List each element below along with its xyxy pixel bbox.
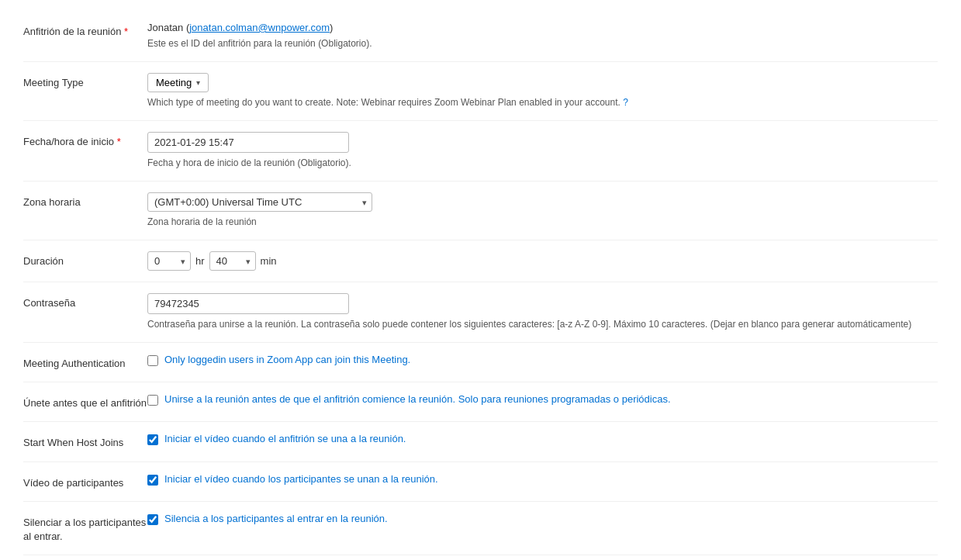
host-label: Anfitrión de la reunión * <box>23 22 147 39</box>
start-datetime-label-text: Fecha/hora de inicio <box>23 136 114 147</box>
meeting-type-content: Meeting ▾ Which type of meeting do you w… <box>147 73 938 109</box>
mute-participants-label-text: Silenciar a los participantes al entrar. <box>23 517 146 542</box>
join-before-host-checkbox-row: Unirse a la reunión antes de que el anfi… <box>147 393 938 406</box>
mute-participants-checkbox-row: Silencia a los participantes al entrar e… <box>147 513 938 525</box>
join-before-host-checkbox-label[interactable]: Unirse a la reunión antes de que el anfi… <box>164 393 671 405</box>
meeting-type-button[interactable]: Meeting ▾ <box>147 73 209 92</box>
timezone-select[interactable]: (GMT+0:00) Universal Time UTC <box>147 192 372 212</box>
duration-minutes-select[interactable]: 0010152030404550 <box>209 251 256 271</box>
timezone-label-text: Zona horaria <box>23 196 81 208</box>
join-before-host-content: Unirse a la reunión antes de que el anfi… <box>147 393 938 406</box>
meeting-type-label-text: Meeting Type <box>23 77 84 88</box>
start-when-host-checkbox-row: Iniciar el vídeo cuando el anfitrión se … <box>147 433 938 445</box>
start-datetime-required: * <box>117 136 121 147</box>
duration-row: 012345678910 hr 0010152030404550 min <box>147 251 938 271</box>
meeting-auth-label: Meeting Authentication <box>23 354 147 371</box>
participant-video-checkbox[interactable] <box>147 475 158 486</box>
hours-label: hr <box>195 255 205 267</box>
meeting-auth-checkbox-label[interactable]: Only loggedin users in Zoom App can join… <box>164 354 410 365</box>
host-content: Jonatan (jonatan.colman@wnpower.com) Est… <box>147 22 938 50</box>
duration-label: Duración <box>23 251 147 268</box>
mute-participants-content: Silencia a los participantes al entrar e… <box>147 513 938 525</box>
duration-content: 012345678910 hr 0010152030404550 min <box>147 251 938 271</box>
meeting-type-hint-link[interactable]: ? <box>623 97 628 108</box>
meeting-type-label: Meeting Type <box>23 73 147 90</box>
mute-participants-checkbox[interactable] <box>147 514 158 525</box>
meeting-auth-content: Only loggedin users in Zoom App can join… <box>147 354 938 366</box>
password-hint: Contraseña para unirse a la reunión. La … <box>147 317 938 331</box>
start-datetime-hint: Fecha y hora de inicio de la reunión (Ob… <box>147 156 938 170</box>
password-content: Contraseña para unirse a la reunión. La … <box>147 293 938 331</box>
chevron-down-icon: ▾ <box>196 78 200 87</box>
host-hint: Este es el ID del anfitrión para la reun… <box>147 36 938 50</box>
start-when-host-content: Iniciar el vídeo cuando el anfitrión se … <box>147 433 938 445</box>
participant-video-label: Vídeo de participantes <box>23 473 147 490</box>
participant-video-checkbox-row: Iniciar el vídeo cuando los participante… <box>147 473 938 486</box>
password-label-text: Contraseña <box>23 297 75 309</box>
host-info: Jonatan (jonatan.colman@wnpower.com) <box>147 22 938 33</box>
host-name: Jonatan <box>147 22 183 33</box>
timezone-content: (GMT+0:00) Universal Time UTC Zona horar… <box>147 192 938 229</box>
join-before-host-label-text: Únete antes que el anfitrión <box>23 397 147 409</box>
timezone-select-wrapper: (GMT+0:00) Universal Time UTC <box>147 192 372 212</box>
host-label-text: Anfitrión de la reunión <box>23 26 121 37</box>
meeting-auth-label-text: Meeting Authentication <box>23 358 126 369</box>
host-required: * <box>124 26 128 37</box>
start-when-host-label-text: Start When Host Joins <box>23 437 123 448</box>
timezone-label: Zona horaria <box>23 192 147 209</box>
start-datetime-input[interactable] <box>147 132 349 153</box>
join-before-host-label: Únete antes que el anfitrión <box>23 393 147 410</box>
password-label: Contraseña <box>23 293 147 310</box>
participant-video-label-text: Vídeo de participantes <box>23 477 123 489</box>
meeting-type-hint: Which type of meeting do you want to cre… <box>147 95 938 109</box>
start-datetime-content: Fecha y hora de inicio de la reunión (Ob… <box>147 132 938 170</box>
meeting-auth-checkbox[interactable] <box>147 355 158 366</box>
hours-select-wrapper: 012345678910 <box>147 251 191 271</box>
start-when-host-label: Start When Host Joins <box>23 433 147 450</box>
join-before-host-checkbox[interactable] <box>147 395 158 406</box>
minutes-label: min <box>261 255 277 267</box>
start-when-host-checkbox-label[interactable]: Iniciar el vídeo cuando el anfitrión se … <box>164 433 406 444</box>
timezone-hint: Zona horaria de la reunión <box>147 215 938 229</box>
password-input[interactable] <box>147 293 349 314</box>
meeting-type-value: Meeting <box>156 77 192 88</box>
meeting-type-hint-text: Which type of meeting do you want to cre… <box>147 97 621 108</box>
participant-video-content: Iniciar el vídeo cuando los participante… <box>147 473 938 486</box>
participant-video-checkbox-label[interactable]: Iniciar el vídeo cuando los participante… <box>164 473 438 485</box>
start-datetime-label: Fecha/hora de inicio * <box>23 132 147 149</box>
meeting-auth-checkbox-row: Only loggedin users in Zoom App can join… <box>147 354 938 366</box>
mute-participants-label: Silenciar a los participantes al entrar. <box>23 513 147 544</box>
host-email[interactable]: jonatan.colman@wnpower.com <box>189 22 330 33</box>
duration-hours-select[interactable]: 012345678910 <box>147 251 191 271</box>
minutes-select-wrapper: 0010152030404550 <box>209 251 256 271</box>
mute-participants-checkbox-label[interactable]: Silencia a los participantes al entrar e… <box>164 513 388 524</box>
duration-label-text: Duración <box>23 255 64 267</box>
start-when-host-checkbox[interactable] <box>147 434 158 445</box>
